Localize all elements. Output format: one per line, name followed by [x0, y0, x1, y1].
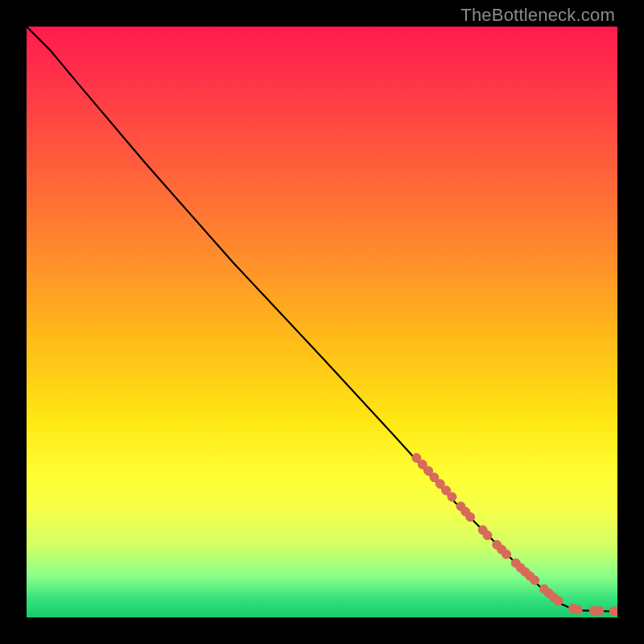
highlight-dot: [466, 513, 475, 522]
highlight-dot: [573, 605, 582, 614]
highlight-dot: [448, 493, 456, 502]
highlight-dot: [554, 597, 563, 605]
highlight-dot: [483, 530, 492, 539]
watermark-text: TheBottleneck.com: [460, 5, 615, 26]
chart-svg: [27, 27, 617, 617]
chart-frame: TheBottleneck.com: [0, 0, 644, 644]
highlight-dot: [530, 576, 539, 584]
highlight-dot: [595, 606, 604, 615]
bottleneck-curve: [27, 27, 617, 612]
highlight-dot: [502, 550, 511, 559]
plot-area: [27, 27, 617, 617]
highlight-dots: [412, 453, 617, 615]
